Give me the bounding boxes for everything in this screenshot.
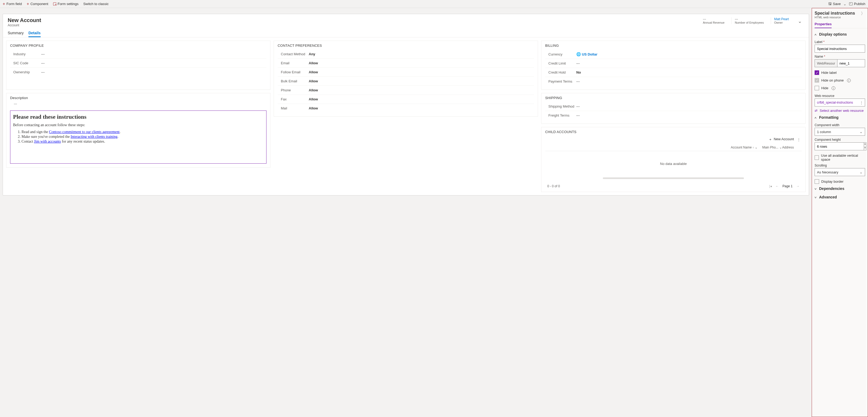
name-label: Name * — [815, 55, 865, 58]
hide-label-checkbox[interactable]: Hide label — [815, 70, 865, 75]
field-sic-code[interactable]: SIC Code --- — [10, 59, 267, 68]
step-up-button[interactable]: ▲ — [864, 142, 866, 147]
col-address[interactable]: Address — [782, 146, 800, 149]
field-mail[interactable]: Mail Allow — [278, 104, 534, 113]
next-page-button[interactable]: → — [796, 184, 800, 188]
first-page-button[interactable]: |◂ — [769, 184, 772, 188]
field-label: Currency — [546, 52, 576, 56]
field-shipping-method[interactable]: Shipping Method --- — [545, 102, 802, 111]
more-icon[interactable]: ⋮ — [860, 101, 863, 105]
hide-checkbox[interactable]: Hide i — [815, 86, 865, 90]
header-annual-revenue[interactable]: --- Annual Revenue — [700, 17, 727, 24]
field-contact-method[interactable]: Contact Method Any — [278, 50, 534, 59]
field-label: Contact Method — [278, 52, 309, 56]
group-display-options[interactable]: Display options — [815, 30, 865, 38]
form-settings-icon — [53, 2, 56, 6]
new-account-button[interactable]: ＋ New Account — [769, 137, 794, 142]
component-label: Component — [30, 2, 48, 6]
scrolling-select[interactable]: As Necessary — [815, 168, 865, 176]
publish-button[interactable]: Publish — [848, 1, 866, 6]
description-section[interactable]: Description --- Please read these instru… — [6, 93, 271, 168]
billing-section[interactable]: BILLING Currency 🌐US Dollar Credit Limit… — [541, 41, 806, 90]
step-down-button[interactable]: ▼ — [864, 147, 866, 150]
field-credit-hold[interactable]: Credit Hold No — [545, 68, 802, 77]
component-height-input[interactable] — [815, 142, 864, 150]
form-settings-button[interactable]: Form settings — [53, 1, 79, 6]
html-web-resource[interactable]: Please read these instructions Before co… — [10, 110, 267, 164]
field-bulk-email[interactable]: Bulk Email Allow — [278, 77, 534, 86]
li-text: Read and sign the — [22, 130, 49, 134]
header-right: --- Annual Revenue --- Number of Employe… — [700, 17, 804, 25]
chevron-up-icon — [815, 115, 816, 120]
tab-summary[interactable]: Summary — [8, 31, 24, 37]
field-value: Allow — [309, 106, 533, 110]
add-form-field-button[interactable]: Form field — [2, 1, 22, 7]
info-icon[interactable]: i — [847, 78, 851, 82]
col-account-name[interactable]: Account Name ⌄ — [547, 146, 762, 149]
contact-preferences-section[interactable]: CONTACT PREFERENCES Contact Method Any E… — [274, 41, 538, 117]
field-label: SIC Code — [11, 61, 41, 65]
header-owner[interactable]: Matt Peart Owner — [771, 17, 792, 24]
save-button[interactable]: Save — [828, 1, 841, 6]
field-industry[interactable]: Industry --- — [10, 50, 267, 59]
field-email[interactable]: Email Allow — [278, 59, 534, 68]
label-input[interactable] — [815, 44, 865, 53]
header-label: Owner — [774, 21, 789, 24]
field-value: --- — [576, 104, 801, 108]
hide-on-phone-checkbox[interactable]: Hide on phone i — [815, 78, 865, 83]
name-input[interactable] — [837, 59, 865, 67]
tab-details[interactable]: Details — [28, 31, 41, 37]
column-2: CONTACT PREFERENCES Contact Method Any E… — [274, 37, 538, 192]
panel-tabs: Properties — [812, 20, 868, 28]
section-title: CHILD ACCOUNTS — [545, 130, 802, 134]
field-value: Any — [309, 52, 533, 56]
subgrid-more-button[interactable]: ⋮ — [797, 137, 801, 141]
plus-icon: ＋ — [769, 137, 772, 142]
web-resource-picker[interactable]: crfb6_special-instructions ⋮ — [815, 99, 865, 106]
section-title: COMPANY PROFILE — [10, 43, 267, 47]
field-freight-terms[interactable]: Freight Terms --- — [545, 111, 802, 120]
switch-to-classic-button[interactable]: Switch to classic — [83, 1, 109, 6]
component-width-select[interactable]: 1 column — [815, 128, 865, 136]
field-label: Follow Email — [278, 70, 309, 74]
display-border-checkbox[interactable]: Display border — [815, 179, 865, 184]
checkbox-icon — [815, 86, 819, 90]
checkbox-icon — [815, 179, 819, 184]
checkbox-icon — [815, 70, 819, 75]
form-canvas: New Account Account --- Annual Revenue -… — [3, 14, 809, 195]
prev-page-button[interactable]: ← — [776, 184, 779, 188]
group-formatting[interactable]: Formatting — [815, 113, 865, 121]
jim-accounts-link[interactable]: Jim with accounts — [34, 139, 61, 143]
field-credit-limit[interactable]: Credit Limit --- — [545, 59, 802, 68]
child-accounts-section[interactable]: CHILD ACCOUNTS ＋ New Account ⋮ Account N… — [541, 127, 806, 192]
group-advanced[interactable]: Advanced — [815, 192, 865, 201]
component-height-stepper[interactable]: ▲ ▼ — [815, 142, 865, 150]
header-label: Annual Revenue — [703, 21, 724, 24]
command-bar: Form field Component Form settings Switc… — [0, 0, 868, 8]
shipping-section[interactable]: SHIPPING Shipping Method --- Freight Ter… — [541, 93, 806, 124]
field-fax[interactable]: Fax Allow — [278, 95, 534, 104]
owner-link[interactable]: Matt Peart — [774, 17, 789, 21]
contoso-agreement-link[interactable]: Contoso commitment to our clients agreee… — [49, 130, 120, 134]
field-follow-email[interactable]: Follow Email Allow — [278, 68, 534, 77]
header-employee-count[interactable]: --- Number of Employees — [732, 17, 767, 24]
field-currency[interactable]: Currency 🌐US Dollar — [545, 50, 802, 59]
currency-value: US Dollar — [582, 52, 597, 56]
col-main-phone[interactable]: Main Pho... ⌄ — [762, 146, 782, 149]
select-another-web-resource-link[interactable]: Select another web resource — [815, 109, 865, 113]
use-all-space-checkbox[interactable]: Use all available vertical space — [815, 154, 865, 161]
field-payment-terms[interactable]: Payment Terms --- — [545, 77, 802, 86]
add-component-button[interactable]: Component — [26, 1, 49, 7]
group-dependencies[interactable]: Dependencies — [815, 184, 865, 192]
panel-body: Display options Label * Name * Hide labe… — [812, 28, 868, 206]
tab-properties[interactable]: Properties — [815, 21, 832, 28]
header-expand-button[interactable]: ⌄ — [796, 17, 804, 25]
field-ownership[interactable]: Ownership --- — [10, 68, 267, 76]
collapse-panel-button[interactable]: 〉 — [861, 11, 865, 17]
info-icon[interactable]: i — [832, 86, 835, 90]
subgrid-scrollbar[interactable] — [603, 178, 744, 179]
training-link[interactable]: Interacting with clients training — [71, 135, 118, 139]
company-profile-section[interactable]: COMPANY PROFILE Industry --- SIC Code --… — [6, 41, 271, 90]
field-phone[interactable]: Phone Allow — [278, 86, 534, 95]
save-dropdown-button[interactable] — [843, 1, 847, 7]
